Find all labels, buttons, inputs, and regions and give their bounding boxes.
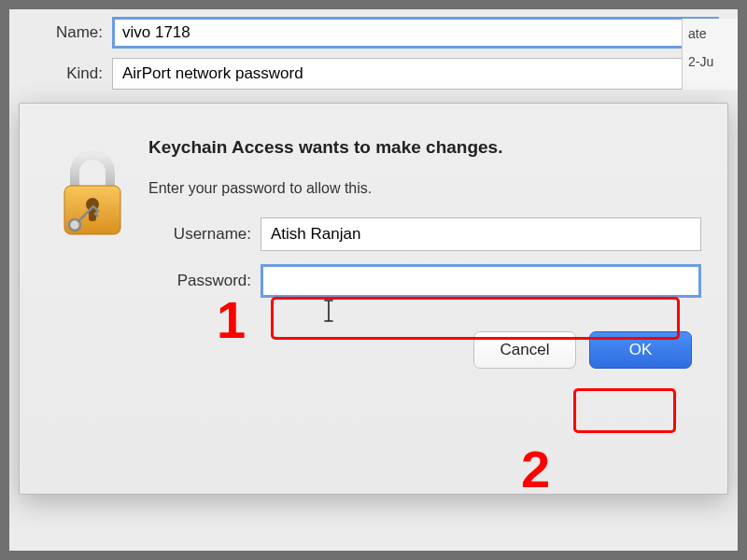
name-input[interactable] (112, 17, 719, 49)
password-row: Password: (148, 264, 701, 298)
dialog-subtitle: Enter your password to allow this. (148, 180, 701, 197)
name-row: Name: (28, 17, 719, 49)
password-input[interactable] (261, 264, 701, 298)
username-input[interactable] (261, 217, 701, 251)
password-label: Password: (148, 272, 261, 290)
ok-button[interactable]: OK (589, 331, 692, 369)
right-fragment-text: 2-Ju (688, 54, 732, 69)
auth-dialog: Keychain Access wants to make changes. E… (19, 103, 728, 495)
lock-icon (46, 137, 139, 369)
kind-label: Kind: (28, 64, 112, 83)
kind-row: Kind: (28, 58, 719, 90)
dialog-title: Keychain Access wants to make changes. (148, 137, 701, 158)
right-fragment-text: ate (688, 26, 732, 41)
kind-input[interactable] (112, 58, 719, 90)
button-row: Cancel OK (148, 331, 701, 369)
username-row: Username: (148, 217, 701, 251)
right-panel-fragment: ate 2-Ju (682, 19, 738, 90)
cancel-button[interactable]: Cancel (473, 331, 576, 369)
name-label: Name: (28, 23, 112, 42)
username-label: Username: (148, 225, 261, 244)
background-window: Name: Kind: (9, 9, 738, 108)
